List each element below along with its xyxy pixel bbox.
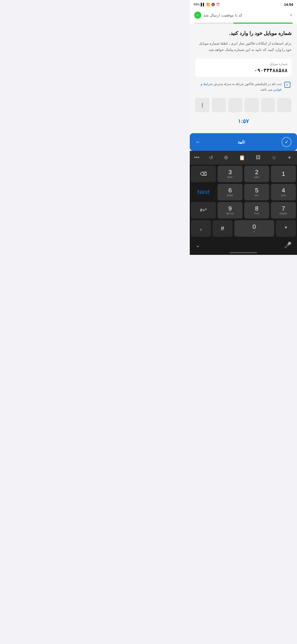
key-star[interactable]: * [276, 220, 296, 237]
toolbar-translate-icon[interactable]: ↺ [208, 154, 214, 162]
terms-suffix: می باشد [260, 88, 272, 91]
success-check-icon: ✓ [194, 12, 201, 19]
otp-row [195, 98, 292, 112]
progress-bar [194, 23, 293, 24]
key-0[interactable]: 0 + [234, 220, 274, 237]
otp-box-6[interactable] [277, 98, 292, 112]
key-9[interactable]: 9 WXYZ [218, 202, 243, 219]
phone-field-container: شماره موبایل ۰۹۰۳۳۴۸۸۵۸۸ [195, 59, 292, 77]
keyboard-down-icon[interactable]: ⌄ [195, 242, 200, 249]
keyboard: 1 2 ABC 3 DEF ⌫ 4 GHI 5 JKL 6 MNO Next [190, 165, 297, 239]
toolbar-sparkle-icon[interactable]: ✦ [286, 154, 293, 162]
success-message-container: کد با موفقیت ارسال شد ✓ [194, 12, 242, 19]
keyboard-row-2: 4 GHI 5 JKL 6 MNO Next [191, 184, 296, 200]
key-2[interactable]: 2 ABC [244, 166, 269, 182]
key-1[interactable]: 1 [271, 166, 296, 182]
key-next[interactable]: Next [191, 184, 216, 200]
action-bar[interactable]: ✓ تایید ← [190, 133, 297, 151]
mic-icon[interactable]: 🎤 [284, 242, 292, 249]
keyboard-toolbar: ✦ ☺ 🖼 📋 ⚙ ↺ ••• [190, 151, 297, 165]
battery-icon: 59% [194, 3, 200, 6]
top-bar-row: × کد با موفقیت ارسال شد ✓ [194, 12, 293, 19]
toolbar-settings-icon[interactable]: ⚙ [223, 154, 229, 162]
phone-label: شماره موبایل [199, 62, 288, 66]
success-text: کد با موفقیت ارسال شد [204, 13, 242, 17]
toolbar-emoji-icon[interactable]: ☺ [271, 154, 278, 162]
otp-box-4[interactable] [244, 98, 259, 112]
signal-icon: ▌▌ [201, 3, 205, 6]
checkbox-check-icon: ✓ [286, 83, 289, 87]
timer: ۱:۵۷ [195, 118, 292, 124]
key-symbols[interactable]: *+# [191, 202, 216, 219]
otp-box-5[interactable] [261, 98, 275, 112]
action-back-icon[interactable]: ← [195, 139, 201, 145]
action-check-icon[interactable]: ✓ [282, 137, 292, 147]
key-5[interactable]: 5 JKL [244, 184, 269, 200]
top-bar: × کد با موفقیت ارسال شد ✓ [190, 9, 297, 24]
toolbar-clipboard-icon[interactable]: 📋 [238, 154, 246, 162]
mute-icon: 🔇 [211, 3, 215, 6]
status-time: 14:54 [284, 2, 293, 7]
key-hash[interactable]: # [213, 220, 233, 237]
terms-checkbox[interactable]: ✓ [284, 82, 290, 88]
key-comma[interactable]: ، [191, 220, 211, 237]
key-6[interactable]: 6 MNO [218, 184, 243, 200]
toolbar-image-icon[interactable]: 🖼 [255, 154, 262, 162]
terms-prefix: ثبت نام در اپلیکیشن فاکتور چرتکه به منزل… [213, 82, 282, 86]
alarm-icon: ⏰ [216, 3, 220, 6]
action-confirm-label[interactable]: تایید [238, 139, 245, 144]
keyboard-row-4: * 0 + # ، [191, 220, 296, 237]
progress-fill [233, 23, 293, 24]
toolbar-more-icon[interactable]: ••• [194, 155, 199, 160]
key-7[interactable]: 7 PQRS [271, 202, 296, 219]
otp-box-1[interactable] [195, 98, 210, 112]
otp-box-3[interactable] [228, 98, 242, 112]
otp-box-2[interactable] [212, 98, 226, 112]
status-icons: ⏰ 🔇 📶 ▌▌ 59% [194, 3, 220, 6]
main-content: شماره موبایل خود را وارد کنید. برای استف… [190, 24, 297, 133]
terms-text: ثبت نام در اپلیکیشن فاکتور چرتکه به منزل… [196, 81, 282, 92]
page-description: برای استفاده از امکانات فاکتور ساز ابری … [195, 40, 292, 53]
home-bar [190, 252, 297, 255]
key-8[interactable]: 8 TUV [244, 202, 269, 219]
close-button[interactable]: × [290, 12, 293, 18]
key-backspace[interactable]: ⌫ [191, 166, 216, 182]
page-title: شماره موبایل خود را وارد کنید. [195, 30, 292, 36]
key-3[interactable]: 3 DEF [218, 166, 243, 182]
terms-row: ✓ ثبت نام در اپلیکیشن فاکتور چرتکه به من… [195, 81, 292, 92]
key-4[interactable]: 4 GHI [271, 184, 296, 200]
phone-value: ۰۹۰۳۳۴۸۸۵۸۸ [199, 67, 288, 73]
keyboard-row-1: 1 2 ABC 3 DEF ⌫ [191, 166, 296, 182]
keyboard-bottom: 🎤 ⌄ [190, 239, 297, 252]
home-indicator [230, 252, 257, 253]
status-bar: 14:54 ⏰ 🔇 📶 ▌▌ 59% [190, 0, 297, 9]
wifi-icon: 📶 [206, 3, 210, 6]
keyboard-row-3: 7 PQRS 8 TUV 9 WXYZ *+# [191, 202, 296, 219]
